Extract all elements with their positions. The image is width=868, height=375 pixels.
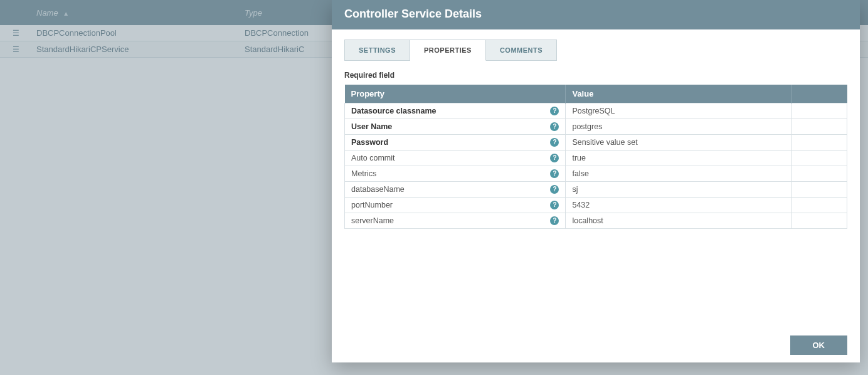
property-name: Password xyxy=(351,138,388,147)
required-field-label: Required field xyxy=(344,71,847,80)
property-row[interactable]: databaseName?sj xyxy=(345,182,847,198)
col-header-value[interactable]: Value xyxy=(566,85,791,103)
dialog-title: Controller Service Details xyxy=(332,0,860,29)
property-name: databaseName xyxy=(351,185,405,194)
property-row[interactable]: Metrics?false xyxy=(345,166,847,182)
property-value[interactable]: true xyxy=(566,151,791,166)
dialog-tabs: SETTINGS PROPERTIES COMMENTS xyxy=(344,40,847,61)
property-value[interactable]: Sensitive value set xyxy=(566,135,791,151)
property-extra xyxy=(791,135,847,151)
property-name: serverName xyxy=(351,216,394,225)
property-extra xyxy=(791,119,847,135)
help-icon[interactable]: ? xyxy=(550,154,559,162)
property-value[interactable]: false xyxy=(566,166,791,182)
properties-table: Property Value Datasource classname?Post… xyxy=(344,85,847,229)
help-icon[interactable]: ? xyxy=(550,216,559,225)
property-extra xyxy=(791,166,847,182)
property-value[interactable]: PostgreSQL xyxy=(566,103,791,119)
help-icon[interactable]: ? xyxy=(550,201,559,209)
property-name: Auto commit xyxy=(351,154,394,162)
property-extra xyxy=(791,151,847,166)
col-header-property[interactable]: Property xyxy=(345,85,566,103)
property-extra xyxy=(791,213,847,229)
dialog-body: SETTINGS PROPERTIES COMMENTS Required fi… xyxy=(332,29,860,329)
property-name: User Name xyxy=(351,122,392,131)
help-icon[interactable]: ? xyxy=(550,107,559,115)
ok-button[interactable]: OK xyxy=(790,335,848,355)
tab-settings[interactable]: SETTINGS xyxy=(344,40,410,61)
property-extra xyxy=(791,103,847,119)
property-value[interactable]: localhost xyxy=(566,213,791,229)
property-row[interactable]: serverName?localhost xyxy=(345,213,847,229)
help-icon[interactable]: ? xyxy=(550,185,559,194)
tab-comments[interactable]: COMMENTS xyxy=(486,40,557,61)
property-value[interactable]: postgres xyxy=(566,119,791,135)
col-header-extra xyxy=(791,85,847,103)
property-row[interactable]: User Name?postgres xyxy=(345,119,847,135)
property-row[interactable]: Password?Sensitive value set xyxy=(345,135,847,151)
property-name: Metrics xyxy=(351,169,376,178)
help-icon[interactable]: ? xyxy=(550,122,559,131)
property-name: Datasource classname xyxy=(351,107,437,115)
property-extra xyxy=(791,182,847,198)
controller-service-details-dialog: Controller Service Details SETTINGS PROP… xyxy=(332,0,860,362)
dialog-footer: OK xyxy=(332,329,860,362)
property-extra xyxy=(791,198,847,213)
help-icon[interactable]: ? xyxy=(550,169,559,178)
dialog-title-text: Controller Service Details xyxy=(344,8,482,20)
property-value[interactable]: sj xyxy=(566,182,791,198)
property-row[interactable]: Auto commit?true xyxy=(345,151,847,166)
property-row[interactable]: Datasource classname?PostgreSQL xyxy=(345,103,847,119)
help-icon[interactable]: ? xyxy=(550,138,559,147)
property-value[interactable]: 5432 xyxy=(566,198,791,213)
property-name: portNumber xyxy=(351,201,393,209)
tab-properties[interactable]: PROPERTIES xyxy=(410,40,486,61)
property-row[interactable]: portNumber?5432 xyxy=(345,198,847,213)
